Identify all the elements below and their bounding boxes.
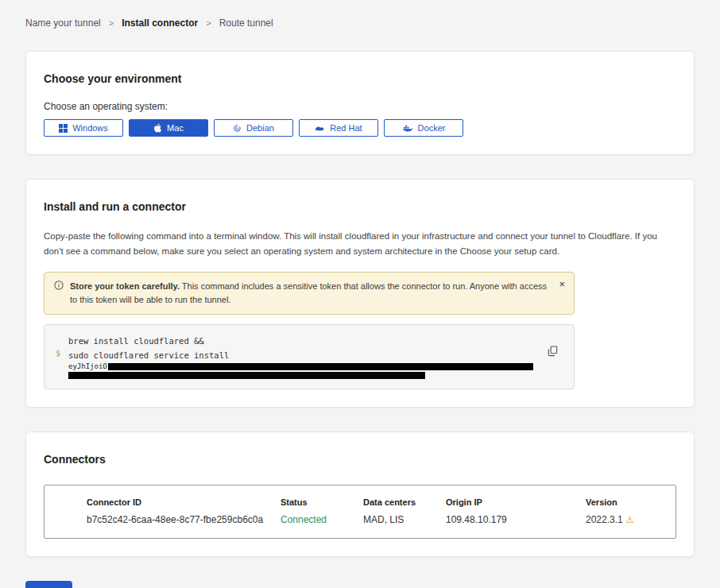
os-button-label: Docker xyxy=(418,123,446,133)
connectors-table: Connector ID Status Data centers Origin … xyxy=(44,485,676,539)
origin-ip-cell: 109.48.10.179 xyxy=(446,514,586,525)
connectors-card: Connectors Connector ID Status Data cent… xyxy=(25,431,695,557)
install-card-title: Install and run a connector xyxy=(44,200,676,213)
token-warning-banner: Store your token carefully. This command… xyxy=(44,272,575,315)
table-row: b7c52c42-6caa-48ee-8c77-fbe259cb6c0a Con… xyxy=(87,514,668,525)
os-button-label: Red Hat xyxy=(330,123,362,133)
install-description: Copy-paste the following command into a … xyxy=(44,229,676,259)
os-button-label: Windows xyxy=(72,123,108,133)
token-line: eyJhIjoiO xyxy=(68,362,533,371)
next-button[interactable]: Next xyxy=(25,581,72,588)
column-header-origin-ip: Origin IP xyxy=(446,497,586,507)
apple-icon xyxy=(153,123,162,133)
column-header-version: Version xyxy=(586,497,668,507)
os-button-label: Mac xyxy=(167,123,184,133)
warning-close-button[interactable]: × xyxy=(559,279,565,289)
warning-message: Store your token carefully. This command… xyxy=(70,280,547,307)
page: Name your tunnel > Install connector > R… xyxy=(0,0,720,588)
info-icon xyxy=(54,280,64,294)
breadcrumb-separator: > xyxy=(206,18,211,28)
data-centers-cell: MAD, LIS xyxy=(363,514,446,525)
copy-icon[interactable] xyxy=(548,346,558,359)
column-header-connector-id: Connector ID xyxy=(87,497,281,507)
code-line-2: sudo cloudflared service install xyxy=(68,348,533,362)
version-cell: 2022.3.1 ⚠ xyxy=(586,514,668,525)
redhat-icon xyxy=(315,125,325,132)
os-button-docker[interactable]: Docker xyxy=(384,119,463,137)
os-button-group: Windows Mac Debian Red Hat xyxy=(44,119,676,137)
connector-id-cell: b7c52c42-6caa-48ee-8c77-fbe259cb6c0a xyxy=(87,514,281,525)
os-button-mac[interactable]: Mac xyxy=(129,119,208,137)
install-card: Install and run a connector Copy-paste t… xyxy=(25,179,695,408)
os-button-debian[interactable]: Debian xyxy=(214,119,293,137)
environment-card: Choose your environment Choose an operat… xyxy=(25,51,695,155)
column-header-status: Status xyxy=(281,497,363,507)
redacted-token-bar-2 xyxy=(68,372,425,379)
environment-card-title: Choose your environment xyxy=(44,72,676,85)
code-lines: brew install cloudflared && sudo cloudfl… xyxy=(68,334,533,381)
debian-icon xyxy=(233,124,242,133)
code-block: $ brew install cloudflared && sudo cloud… xyxy=(44,324,575,389)
shell-prompt: $ xyxy=(56,334,64,381)
token-prefix: eyJhIjoiO xyxy=(68,362,107,371)
code-line-1: brew install cloudflared && xyxy=(68,334,533,348)
breadcrumb: Name your tunnel > Install connector > R… xyxy=(25,17,695,29)
os-label: Choose an operating system: xyxy=(44,101,676,112)
version-value: 2022.3.1 xyxy=(586,514,623,525)
version-warning-icon: ⚠ xyxy=(626,515,634,525)
status-cell: Connected xyxy=(281,514,363,525)
docker-icon xyxy=(402,124,413,132)
windows-icon xyxy=(59,124,68,133)
os-button-label: Debian xyxy=(246,123,274,133)
connectors-card-title: Connectors xyxy=(44,453,676,466)
breadcrumb-separator: > xyxy=(109,18,114,28)
os-button-windows[interactable]: Windows xyxy=(44,119,123,137)
warning-bold-text: Store your token carefully. xyxy=(70,281,180,291)
redacted-token-bar-1 xyxy=(108,363,533,370)
os-button-redhat[interactable]: Red Hat xyxy=(299,119,378,137)
breadcrumb-item-install-connector[interactable]: Install connector xyxy=(122,17,198,29)
column-header-data-centers: Data centers xyxy=(363,497,446,507)
breadcrumb-item-name-your-tunnel[interactable]: Name your tunnel xyxy=(25,17,101,29)
breadcrumb-item-route-tunnel[interactable]: Route tunnel xyxy=(219,17,273,29)
table-header-row: Connector ID Status Data centers Origin … xyxy=(87,497,668,507)
